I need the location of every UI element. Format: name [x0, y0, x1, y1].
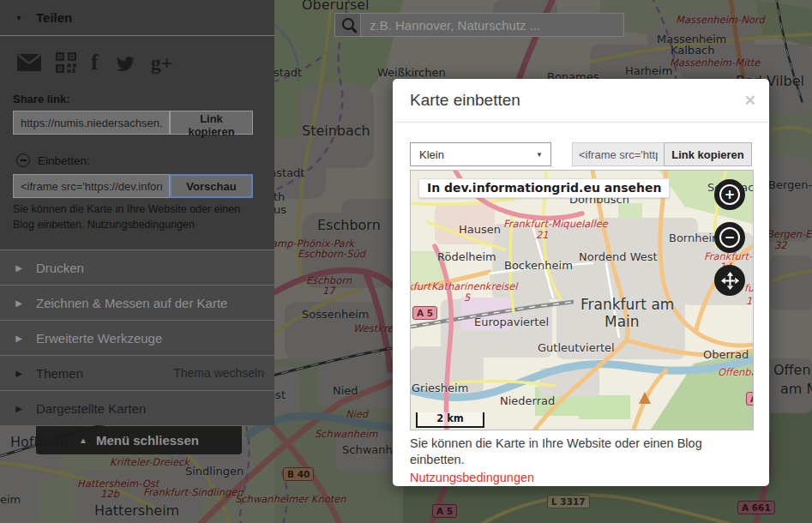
share-section-title: Teilen [36, 10, 72, 25]
theme-switch-button[interactable]: Thema wechseln [173, 366, 264, 380]
caret-down-icon: ▼ [536, 151, 543, 159]
sidebar-item-drucken[interactable]: ▶ Drucken [0, 249, 274, 285]
minus-icon: − [719, 227, 740, 248]
map-label: Main [604, 313, 640, 330]
plus-icon: + [719, 184, 740, 205]
map-label: Oberrad [703, 348, 749, 361]
email-icon[interactable] [17, 53, 41, 72]
move-icon [720, 271, 739, 290]
triangle-right-icon: ▶ [9, 263, 29, 273]
menu-close-button[interactable]: ▲ Menü schliessen [36, 426, 242, 454]
road-shield: A 5 [412, 306, 437, 320]
share-section-header[interactable]: ▼ Teilen [0, 0, 274, 36]
sidebar-item-dargestellte-karten[interactable]: ▶ Dargestellte Karten [0, 390, 274, 425]
map-label: Europaviertel [474, 316, 549, 328]
share-link-label: Share link: [0, 75, 274, 111]
preview-map-labels: SeckbachDornbuschHausenFrankfurt-Miquela… [411, 171, 753, 430]
road-shield: A 6 [746, 392, 754, 406]
map-label: Nordend West [579, 250, 658, 263]
embed-label: Einbetten: [38, 154, 90, 167]
collapse-icon[interactable] [16, 153, 30, 167]
map-label: Rödelheim [437, 250, 496, 263]
map-label: kfurt [410, 280, 430, 292]
facebook-icon[interactable]: f [91, 53, 99, 72]
search-bar [334, 13, 624, 37]
app-window: OberurselKalbachWeißkirchenBonamesHarhei… [0, 0, 812, 523]
triangle-right-icon: ▶ [9, 404, 29, 413]
size-select[interactable]: Klein ▼ [410, 142, 551, 166]
triangle-right-icon: ▶ [9, 334, 29, 343]
embed-map-preview[interactable]: SeckbachDornbuschHausenFrankfurt-Miquela… [410, 170, 754, 430]
map-label: 14 [746, 295, 754, 307]
map-label: Frankfurt-Miquelallee [503, 218, 608, 230]
pan-button[interactable] [714, 265, 745, 296]
dialog-title: Karte einbetten [410, 91, 520, 110]
triangle-right-icon: ▶ [9, 369, 29, 378]
embed-code-input[interactable] [13, 174, 170, 198]
map-label: fur [744, 282, 754, 294]
map-label: Offenbach [718, 366, 754, 378]
preview-button[interactable]: Vorschau [170, 174, 253, 198]
copy-link-button[interactable]: Link kopieren [170, 111, 253, 135]
zoom-out-button[interactable]: − [714, 222, 745, 253]
map-label: Hausen [459, 223, 501, 236]
search-icon[interactable] [335, 14, 361, 36]
map-label: Frankfurt am [580, 296, 674, 313]
triangle-right-icon: ▶ [9, 298, 29, 308]
copy-link-button[interactable]: Link kopieren [664, 142, 752, 166]
qr-code-icon[interactable] [56, 52, 76, 73]
share-link-input[interactable] [13, 111, 170, 135]
triangle-down-icon: ▼ [9, 14, 29, 22]
share-section-body: f g+ Share link: Link kopieren Einbetten… [0, 36, 274, 249]
embed-code-input[interactable] [572, 142, 665, 166]
preview-banner: In dev.informationgrid.eu ansehen [418, 178, 670, 198]
map-label: Bockenheim [504, 259, 573, 272]
map-label: 21 [536, 229, 549, 241]
terms-link[interactable]: Nutzungsbedingungen [410, 471, 534, 484]
menu-panel: ▼ Teilen f g+ Share link: Link kopier [0, 0, 274, 425]
google-plus-icon[interactable]: g+ [151, 53, 173, 72]
map-label: Niederrad [500, 394, 555, 407]
map-label: 5 [464, 292, 470, 304]
twitter-icon[interactable] [113, 53, 136, 73]
embed-hint: Sie können die Karte in Ihre Website ode… [410, 436, 752, 468]
sidebar-item-erweiterte-werkzeuge[interactable]: ▶ Erweiterte Werkzeuge [0, 320, 274, 355]
sidebar-item-zeichnen-messen[interactable]: ▶ Zeichnen & Messen auf der Karte [0, 285, 274, 320]
zoom-in-button[interactable]: + [714, 179, 745, 210]
close-icon[interactable]: ✕ [744, 92, 756, 110]
triangle-up-icon: ▲ [79, 436, 87, 445]
map-label: Gutleutviertel [538, 341, 615, 354]
scale-bar: 2 km [416, 412, 484, 428]
size-select-value: Klein [419, 148, 444, 161]
embed-hint: Sie können die Karte in Ihre Website ode… [0, 198, 274, 237]
map-label: Griesheim [412, 382, 468, 394]
search-input[interactable] [361, 14, 623, 36]
embed-map-dialog: Karte einbetten ✕ Klein ▼ Link kopieren [393, 79, 769, 486]
map-label: Katharinenkreisel [431, 280, 517, 292]
sidebar-item-themen[interactable]: ▶ Themen Thema wechseln [0, 355, 274, 390]
